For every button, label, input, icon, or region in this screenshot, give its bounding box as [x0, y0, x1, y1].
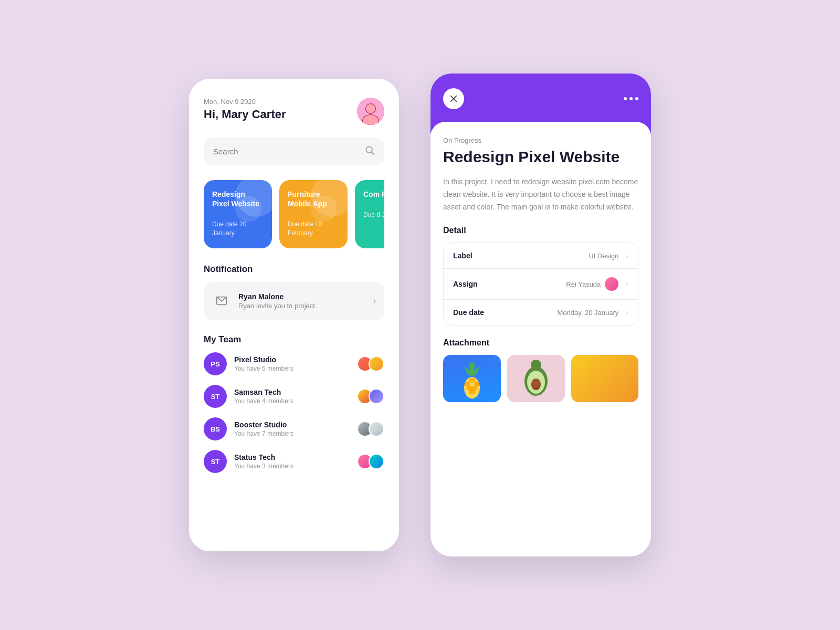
- detail-arrow-icon: ›: [626, 308, 628, 317]
- detail-assign-key: Assign: [453, 280, 566, 288]
- team-initial-st: ST: [204, 385, 227, 408]
- team-avatars-stt: [357, 454, 384, 469]
- detail-assign-text: Rei Yasuda: [566, 280, 601, 288]
- detail-due-key: Due date: [453, 308, 557, 317]
- date-label: Mon, Nov 9 2020: [204, 98, 286, 106]
- attachment-thumb-2[interactable]: [507, 355, 565, 402]
- notification-sender: Ryan Malone: [238, 292, 366, 301]
- notification-card[interactable]: Ryan Malone Ryan invite you to project. …: [204, 282, 384, 320]
- team-item-samsan-tech[interactable]: ST Samsan Tech You have 4 members: [204, 385, 384, 408]
- svg-point-16: [469, 379, 475, 383]
- project-card-2[interactable]: Furniture Mobile App Due date 10 Februar…: [279, 180, 348, 248]
- user-avatar: [357, 98, 384, 125]
- svg-point-17: [465, 383, 469, 387]
- notification-section-title: Notification: [204, 264, 384, 275]
- team-avatars-st: [357, 388, 384, 404]
- mail-icon: [212, 291, 231, 310]
- search-bar[interactable]: [204, 138, 384, 165]
- team-list: PS Pixel Studio You have 5 members ST Sa…: [204, 352, 384, 473]
- notification-arrow-icon: ›: [373, 296, 376, 306]
- team-avatars-bs: [357, 421, 384, 437]
- svg-point-12: [470, 362, 474, 374]
- team-info-st: Samsan Tech You have 4 members: [234, 388, 350, 405]
- team-name-bs: Booster Studio: [234, 421, 350, 429]
- card-1-date: Due date 20 January: [212, 220, 264, 238]
- team-name-stt: Status Tech: [234, 453, 350, 461]
- detail-box: Label UI Design › Assign Rei Yasuda › Du…: [443, 243, 638, 326]
- team-item-pixel-studio[interactable]: PS Pixel Studio You have 5 members: [204, 352, 384, 375]
- team-info-ps: Pixel Studio You have 5 members: [234, 355, 350, 372]
- team-initial-stt: ST: [204, 450, 227, 473]
- card-3-title: Com Profi: [363, 190, 384, 199]
- project-status: On Progress: [443, 136, 638, 144]
- dot-icon: [635, 97, 638, 100]
- svg-point-26: [532, 379, 540, 388]
- header-text: Mon, Nov 9 2020 Hi, Mary Carter: [204, 98, 286, 121]
- detail-row-assign[interactable]: Assign Rei Yasuda ›: [444, 269, 638, 300]
- project-description: In this project, I need to redesign webs…: [443, 176, 638, 213]
- attachment-thumb-3[interactable]: [571, 355, 638, 402]
- team-name-ps: Pixel Studio: [234, 355, 350, 364]
- dot-icon: [624, 97, 627, 100]
- project-cards-row: Redesign Pixel Website Due date 20 Janua…: [204, 180, 384, 248]
- project-card-3[interactable]: Com Profi Due d Janua: [355, 180, 384, 248]
- detail-section-title: Detail: [443, 226, 638, 235]
- detail-row-due[interactable]: Due date Monday, 20 January ›: [444, 300, 638, 325]
- svg-point-3: [366, 104, 375, 113]
- team-avatar-sm: [369, 356, 384, 372]
- project-card-1[interactable]: Redesign Pixel Website Due date 20 Janua…: [204, 180, 272, 248]
- attachment-thumb-1[interactable]: [443, 355, 501, 402]
- svg-point-20: [472, 386, 477, 391]
- greeting-label: Hi, Mary Carter: [204, 108, 286, 121]
- right-phone: On Progress Redesign Pixel Website In th…: [430, 74, 651, 556]
- detail-label-value: UI Design ›: [589, 251, 628, 260]
- assign-avatar: [605, 277, 618, 291]
- svg-point-21: [469, 391, 475, 395]
- detail-due-text: Monday, 20 January: [557, 309, 618, 317]
- team-info-stt: Status Tech You have 3 members: [234, 453, 350, 470]
- detail-row-label[interactable]: Label UI Design ›: [444, 243, 638, 269]
- team-name-st: Samsan Tech: [234, 388, 350, 396]
- dot-icon: [629, 97, 633, 100]
- detail-assign-value: Rei Yasuda ›: [566, 277, 628, 291]
- team-initial-bs: BS: [204, 417, 227, 440]
- team-avatar-sm: [369, 454, 384, 469]
- team-info-bs: Booster Studio You have 7 members: [234, 421, 350, 437]
- svg-point-18: [475, 383, 479, 387]
- team-members-bs: You have 7 members: [234, 430, 350, 437]
- detail-due-value: Monday, 20 January ›: [557, 308, 628, 317]
- project-title: Redesign Pixel Website: [443, 148, 638, 166]
- right-phone-body: On Progress Redesign Pixel Website In th…: [430, 122, 651, 418]
- team-members-ps: You have 5 members: [234, 365, 350, 372]
- team-members-stt: You have 3 members: [234, 463, 350, 470]
- team-item-status-tech[interactable]: ST Status Tech You have 3 members: [204, 450, 384, 473]
- notification-message: Ryan invite you to project.: [238, 302, 366, 310]
- detail-arrow-icon: ›: [626, 251, 628, 260]
- search-icon: [364, 145, 375, 158]
- svg-line-6: [372, 152, 374, 155]
- team-members-st: You have 4 members: [234, 397, 350, 405]
- detail-label-key: Label: [453, 251, 589, 260]
- close-button[interactable]: [443, 88, 464, 109]
- team-avatar-sm: [369, 388, 384, 404]
- team-section-title: My Team: [204, 334, 384, 345]
- left-phone: Mon, Nov 9 2020 Hi, Mary Carter: [189, 79, 399, 551]
- detail-value-text: UI Design: [589, 252, 618, 260]
- attachments-row: [443, 355, 638, 402]
- search-input[interactable]: [213, 147, 364, 156]
- card-3-date: Due d Janua: [363, 211, 384, 219]
- more-options-button[interactable]: [624, 97, 638, 100]
- team-avatars-ps: [357, 356, 384, 372]
- detail-arrow-icon: ›: [626, 280, 628, 288]
- notification-content: Ryan Malone Ryan invite you to project.: [238, 292, 366, 310]
- card-2-date: Due date 10 February: [288, 220, 339, 238]
- svg-point-19: [467, 386, 472, 391]
- attachment-section-title: Attachment: [443, 338, 638, 348]
- team-item-booster-studio[interactable]: BS Booster Studio You have 7 members: [204, 417, 384, 440]
- phone-header: Mon, Nov 9 2020 Hi, Mary Carter: [204, 98, 384, 125]
- team-initial-ps: PS: [204, 352, 227, 375]
- team-avatar-sm: [369, 421, 384, 437]
